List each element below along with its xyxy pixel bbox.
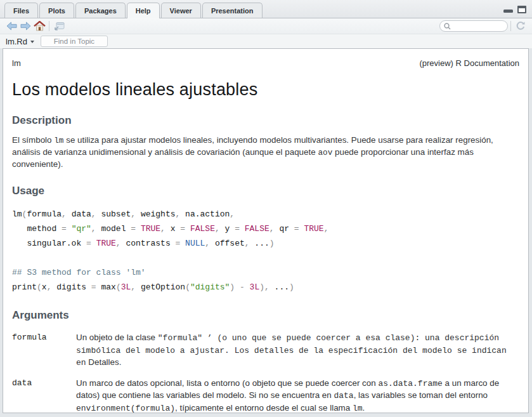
section-heading-arguments: Arguments [12, 309, 519, 322]
text-run: Un marco de datos opcional, lista o ento… [76, 378, 378, 388]
home-button[interactable] [32, 20, 46, 33]
search-input[interactable] [453, 22, 504, 30]
help-toolbar [0, 18, 532, 34]
pane-window-controls [503, 6, 526, 13]
text-run: . [363, 403, 365, 413]
find-in-topic-input[interactable] [41, 36, 108, 47]
section-heading-description: Description [12, 114, 519, 127]
tab-label: Packages [84, 7, 117, 15]
arguments-table: formulaUn objeto de la clase "formula" ’… [12, 332, 519, 413]
tab-help[interactable]: Help [127, 3, 160, 18]
forward-icon [20, 22, 31, 30]
inline-code: data [334, 391, 353, 400]
home-icon [34, 21, 46, 31]
maximize-pane-icon[interactable] [517, 6, 526, 13]
doc-topic-name: lm [12, 58, 21, 68]
refresh-icon [516, 21, 526, 31]
popout-button[interactable] [52, 20, 66, 33]
help-content-panel[interactable]: lm (preview) R Documentation Los modelos… [3, 48, 529, 413]
minimize-pane-icon[interactable] [503, 10, 513, 13]
tab-presentation[interactable]: Presentation [202, 3, 263, 18]
text-run: , típicamente el entorno desde el cual s… [175, 403, 353, 413]
text-run: Detalles. [86, 357, 122, 367]
chevron-down-icon [30, 41, 34, 43]
argument-description: Un objeto de la clase "formula" ’ (o uno… [76, 332, 519, 369]
forward-button[interactable] [18, 20, 32, 33]
inline-code: aov [318, 148, 332, 157]
usage-code: lm(formula, data, subset, weights, na.ac… [12, 207, 519, 295]
tab-packages[interactable]: Packages [75, 3, 126, 18]
code-line: singular.ok = TRUE, contrasts = NULL, of… [12, 236, 519, 251]
code-line: ## S3 method for class 'lm' [12, 265, 519, 280]
topic-bar: lm.Rd [0, 34, 532, 48]
inline-code: lm [54, 136, 63, 145]
argument-name: data [12, 378, 76, 414]
help-document: lm (preview) R Documentation Los modelos… [3, 58, 528, 413]
pane-tab-list: FilesPlotsPackagesHelpViewerPresentation [4, 0, 264, 18]
search-icon [444, 23, 451, 30]
doc-header: lm (preview) R Documentation [12, 58, 519, 68]
description-text: El símbolo lm se utiliza para ajustar mo… [12, 135, 519, 170]
popout-icon [54, 22, 65, 30]
code-line: lm(formula, data, subset, weights, na.ac… [12, 207, 519, 222]
argument-row: dataUn marco de datos opcional, lista o … [12, 378, 519, 414]
topic-title: lm.Rd [6, 37, 27, 46]
tab-label: Help [136, 7, 151, 15]
code-line: print(x, digits = max(3L, getOption("dig… [12, 280, 519, 295]
rstudio-help-pane: FilesPlotsPackagesHelpViewerPresentation [0, 0, 532, 417]
text-run: , las variables se toman del entorno [354, 390, 488, 400]
tab-label: Presentation [211, 7, 254, 15]
tab-label: Plots [48, 7, 65, 15]
tab-label: Files [13, 7, 29, 15]
refresh-button[interactable] [514, 20, 528, 33]
code-line: method = "qr", model = TRUE, x = FALSE, … [12, 222, 519, 236]
toolbar-separator [510, 21, 511, 31]
section-heading-usage: Usage [12, 185, 519, 197]
toolbar-separator [49, 21, 49, 31]
tab-label: Viewer [170, 7, 192, 15]
inline-code: as.data.frame [378, 379, 442, 388]
tab-files[interactable]: Files [4, 3, 38, 18]
help-search-box[interactable] [439, 20, 508, 32]
back-icon [6, 22, 17, 30]
inline-code: lm [353, 404, 363, 413]
text-run: Un objeto de la clase [76, 333, 158, 342]
text-run: El símbolo [12, 135, 54, 145]
topic-dropdown[interactable]: lm.Rd [6, 37, 34, 46]
page-title: Los modelos lineales ajustables [12, 80, 519, 100]
argument-name: formula [12, 332, 76, 369]
argument-row: formulaUn objeto de la clase "formula" ’… [12, 332, 519, 369]
code-line [12, 251, 519, 265]
doc-source-label: (preview) R Documentation [419, 58, 519, 68]
tab-plots[interactable]: Plots [39, 3, 74, 18]
pane-tabs: FilesPlotsPackagesHelpViewerPresentation [0, 0, 532, 18]
back-button[interactable] [4, 20, 18, 33]
tab-viewer[interactable]: Viewer [161, 3, 201, 18]
inline-code: environment(formula) [76, 404, 175, 413]
argument-description: Un marco de datos opcional, lista o ento… [76, 378, 519, 414]
